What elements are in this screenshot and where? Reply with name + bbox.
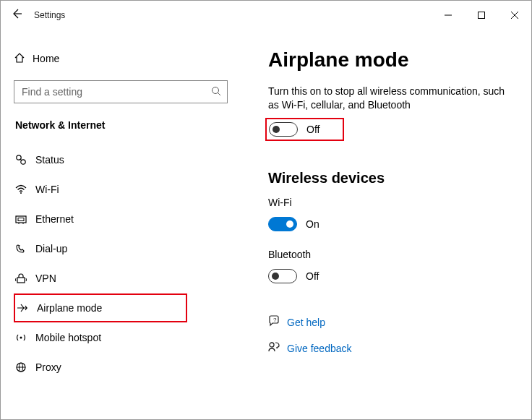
svg-point-5 bbox=[213, 87, 219, 93]
ethernet-icon bbox=[15, 213, 35, 225]
titlebar: Settings bbox=[1, 1, 531, 30]
svg-rect-11 bbox=[16, 216, 26, 223]
minimize-button[interactable] bbox=[432, 4, 465, 27]
svg-point-10 bbox=[20, 192, 22, 194]
get-help-label: Get help bbox=[287, 317, 325, 328]
sidebar-item-label: Status bbox=[35, 154, 64, 166]
sidebar-item-label: VPN bbox=[35, 273, 56, 284]
svg-line-6 bbox=[218, 93, 221, 95]
bluetooth-toggle[interactable] bbox=[268, 269, 297, 283]
home-label: Home bbox=[33, 53, 59, 64]
give-feedback-label: Give feedback bbox=[287, 343, 352, 354]
bluetooth-toggle-row: Off bbox=[268, 265, 514, 288]
wifi-state: On bbox=[306, 218, 319, 230]
feedback-icon bbox=[268, 341, 287, 355]
svg-point-21 bbox=[270, 343, 274, 347]
svg-text:?: ? bbox=[273, 317, 277, 323]
svg-point-7 bbox=[17, 155, 21, 160]
airplane-icon bbox=[17, 302, 37, 314]
vpn-icon bbox=[15, 273, 35, 284]
window-buttons bbox=[432, 4, 531, 27]
wifi-label: Wi-Fi bbox=[268, 197, 514, 208]
sidebar-item-label: Mobile hotspot bbox=[35, 332, 101, 343]
window-title: Settings bbox=[33, 10, 432, 20]
wireless-devices-header: Wireless devices bbox=[268, 170, 514, 187]
main-panel: Airplane mode Turn this on to stop all w… bbox=[233, 30, 531, 419]
svg-rect-15 bbox=[17, 278, 25, 283]
hotspot-icon bbox=[15, 332, 35, 343]
get-help-link[interactable]: ? Get help bbox=[268, 312, 514, 333]
back-button[interactable] bbox=[1, 8, 33, 22]
bluetooth-state: Off bbox=[306, 270, 319, 282]
give-feedback-link[interactable]: Give feedback bbox=[268, 338, 514, 359]
dialup-icon bbox=[15, 243, 35, 254]
category-header: Network & Internet bbox=[14, 119, 233, 131]
airplane-mode-toggle-row: Off bbox=[265, 118, 344, 141]
home-icon bbox=[14, 52, 33, 66]
sidebar-item-vpn[interactable]: VPN bbox=[14, 264, 187, 293]
svg-line-9 bbox=[20, 159, 21, 160]
help-icon: ? bbox=[268, 315, 287, 329]
airplane-mode-state: Off bbox=[306, 124, 319, 135]
wifi-icon bbox=[15, 184, 35, 195]
sidebar-item-label: Airplane mode bbox=[37, 302, 102, 314]
sidebar-item-proxy[interactable]: Proxy bbox=[14, 353, 187, 382]
bluetooth-label: Bluetooth bbox=[268, 249, 514, 260]
sidebar-item-label: Ethernet bbox=[35, 213, 74, 225]
maximize-button[interactable] bbox=[465, 4, 498, 27]
proxy-icon bbox=[15, 361, 35, 373]
sidebar-item-dialup[interactable]: Dial-up bbox=[14, 234, 187, 263]
page-title: Airplane mode bbox=[268, 48, 514, 72]
sidebar-item-label: Dial-up bbox=[35, 243, 67, 254]
airplane-mode-toggle[interactable] bbox=[269, 122, 298, 137]
svg-point-8 bbox=[21, 160, 25, 164]
home-nav[interactable]: Home bbox=[14, 46, 233, 72]
svg-rect-2 bbox=[479, 12, 485, 19]
sidebar-item-label: Proxy bbox=[35, 361, 61, 373]
search-icon bbox=[211, 86, 221, 98]
close-button[interactable] bbox=[498, 4, 531, 27]
sidebar: Home Network & Internet Status Wi-Fi bbox=[1, 30, 233, 419]
sidebar-item-status[interactable]: Status bbox=[14, 145, 187, 174]
wifi-toggle-row: On bbox=[268, 213, 514, 236]
sidebar-item-mobile-hotspot[interactable]: Mobile hotspot bbox=[14, 323, 187, 352]
wifi-toggle[interactable] bbox=[268, 217, 297, 231]
airplane-mode-description: Turn this on to stop all wireless commun… bbox=[268, 85, 514, 112]
svg-rect-12 bbox=[18, 218, 24, 221]
sidebar-item-airplane-mode[interactable]: Airplane mode bbox=[14, 293, 187, 322]
sidebar-item-ethernet[interactable]: Ethernet bbox=[14, 205, 187, 233]
sidebar-item-label: Wi-Fi bbox=[35, 184, 59, 195]
sidebar-item-wifi[interactable]: Wi-Fi bbox=[14, 175, 187, 204]
search-box[interactable] bbox=[14, 80, 228, 103]
svg-point-16 bbox=[20, 337, 22, 339]
search-input[interactable] bbox=[20, 85, 211, 98]
status-icon bbox=[15, 154, 35, 166]
